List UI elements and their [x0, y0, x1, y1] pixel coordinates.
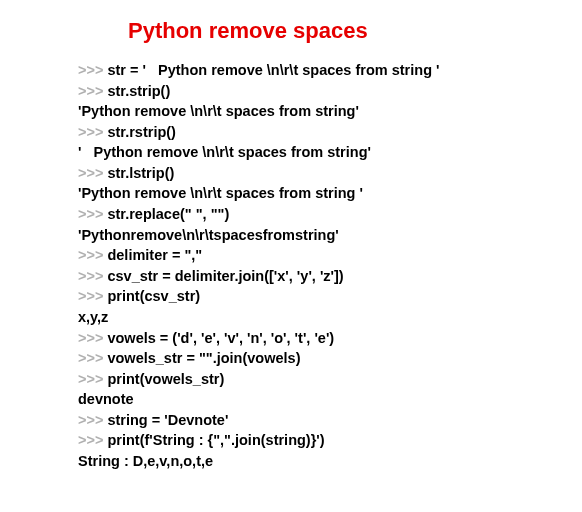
repl-prompt: >>>	[78, 371, 107, 387]
code-text: str = ' Python remove \n\r\t spaces from…	[107, 62, 439, 78]
code-line: >>> vowels_str = "".join(vowels)	[78, 348, 552, 369]
code-text: string = 'Devnote'	[107, 412, 228, 428]
repl-prompt: >>>	[78, 247, 107, 263]
repl-prompt: >>>	[78, 124, 107, 140]
repl-prompt: >>>	[78, 288, 107, 304]
code-text: 'Python remove \n\r\t spaces from string…	[78, 185, 363, 201]
code-text: str.lstrip()	[107, 165, 174, 181]
repl-prompt: >>>	[78, 350, 107, 366]
code-line: >>> print(f'String : {",".join(string)}'…	[78, 430, 552, 451]
repl-prompt: >>>	[78, 62, 107, 78]
repl-prompt: >>>	[78, 432, 107, 448]
code-text: print(f'String : {",".join(string)}')	[107, 432, 324, 448]
code-line: 'Python remove \n\r\t spaces from string…	[78, 183, 552, 204]
code-line: ' Python remove \n\r\t spaces from strin…	[78, 142, 552, 163]
code-line: >>> str = ' Python remove \n\r\t spaces …	[78, 60, 552, 81]
code-line: >>> str.strip()	[78, 81, 552, 102]
code-line: String : D,e,v,n,o,t,e	[78, 451, 552, 472]
code-text: delimiter = ","	[107, 247, 202, 263]
code-line: >>> str.lstrip()	[78, 163, 552, 184]
code-line: devnote	[78, 389, 552, 410]
code-line: >>> str.rstrip()	[78, 122, 552, 143]
code-block: >>> str = ' Python remove \n\r\t spaces …	[0, 60, 582, 472]
repl-prompt: >>>	[78, 268, 107, 284]
code-line: >>> print(csv_str)	[78, 286, 552, 307]
repl-prompt: >>>	[78, 83, 107, 99]
page-title: Python remove spaces	[0, 18, 582, 44]
code-text: print(csv_str)	[107, 288, 200, 304]
code-text: String : D,e,v,n,o,t,e	[78, 453, 213, 469]
code-text: str.replace(" ", "")	[107, 206, 229, 222]
code-line: 'Pythonremove\n\r\tspacesfromstring'	[78, 225, 552, 246]
code-text: x,y,z	[78, 309, 108, 325]
repl-prompt: >>>	[78, 330, 107, 346]
code-line: >>> csv_str = delimiter.join(['x', 'y', …	[78, 266, 552, 287]
code-text: devnote	[78, 391, 134, 407]
code-text: str.rstrip()	[107, 124, 176, 140]
repl-prompt: >>>	[78, 165, 107, 181]
code-text: print(vowels_str)	[107, 371, 224, 387]
code-text: 'Pythonremove\n\r\tspacesfromstring'	[78, 227, 339, 243]
code-line: >>> print(vowels_str)	[78, 369, 552, 390]
code-line: >>> delimiter = ","	[78, 245, 552, 266]
repl-prompt: >>>	[78, 412, 107, 428]
repl-prompt: >>>	[78, 206, 107, 222]
code-text: vowels_str = "".join(vowels)	[107, 350, 300, 366]
code-line: x,y,z	[78, 307, 552, 328]
code-line: >>> vowels = ('d', 'e', 'v', 'n', 'o', '…	[78, 328, 552, 349]
code-text: 'Python remove \n\r\t spaces from string…	[78, 103, 359, 119]
code-text: str.strip()	[107, 83, 170, 99]
code-text: vowels = ('d', 'e', 'v', 'n', 'o', 't', …	[107, 330, 334, 346]
code-line: >>> str.replace(" ", "")	[78, 204, 552, 225]
code-line: 'Python remove \n\r\t spaces from string…	[78, 101, 552, 122]
code-line: >>> string = 'Devnote'	[78, 410, 552, 431]
code-text: csv_str = delimiter.join(['x', 'y', 'z']…	[107, 268, 343, 284]
code-text: ' Python remove \n\r\t spaces from strin…	[78, 144, 371, 160]
